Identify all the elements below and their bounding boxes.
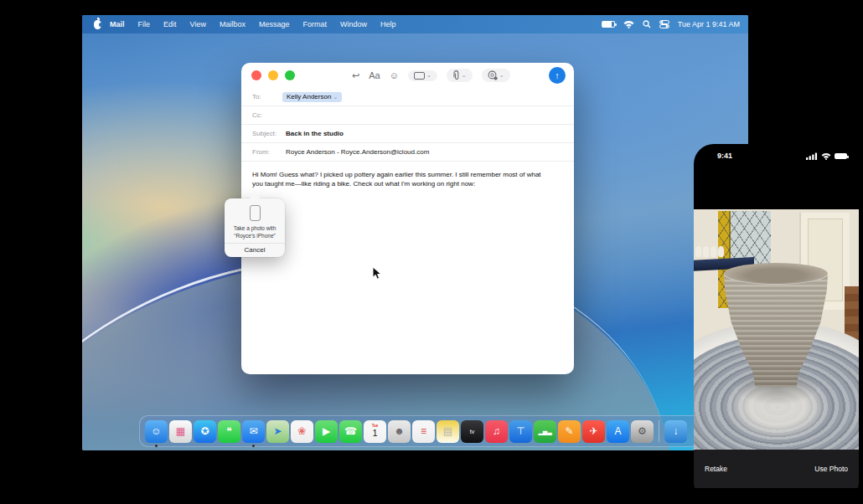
chevron-down-icon: ⌄ xyxy=(462,72,467,79)
dock-numbers-icon[interactable]: ▂▅▃ xyxy=(534,420,556,443)
send-arrow-icon: ↑ xyxy=(555,70,560,80)
wifi-icon xyxy=(821,152,831,160)
control-center-icon[interactable] xyxy=(659,20,669,28)
message-body[interactable]: Hi Mom! Guess what? I picked up pottery … xyxy=(241,162,564,188)
dock-keynote-icon[interactable]: ⊤ xyxy=(509,420,532,443)
menu-view[interactable]: View xyxy=(190,20,206,28)
subject-value: Back in the studio xyxy=(286,130,344,137)
dock-music-icon[interactable]: ♫ xyxy=(485,420,508,443)
dock-contacts-icon[interactable]: ☻ xyxy=(388,420,411,443)
dock-finder-icon[interactable]: ☺ xyxy=(145,420,168,443)
dock-phone-icon[interactable]: ☎ xyxy=(339,420,362,443)
subject-field-row[interactable]: Subject: Back in the studio xyxy=(241,125,574,143)
photo-shelf-pottery xyxy=(695,246,724,257)
iphone-clock: 9:41 xyxy=(717,152,732,160)
from-value: Royce Anderson - Royce.Anderson@icloud.c… xyxy=(286,148,429,156)
take-photo-popover: Take a photo with “Royce’s iPhone” Cance… xyxy=(225,198,285,257)
dock-pages-icon[interactable]: ✎ xyxy=(558,420,581,443)
menu-window[interactable]: Window xyxy=(340,20,367,28)
iphone-icon xyxy=(250,205,261,221)
dock-downloads-icon[interactable]: ↓ xyxy=(664,420,687,443)
dock-calendar-icon[interactable]: Tue1 xyxy=(364,420,386,443)
menu-file[interactable]: File xyxy=(138,20,151,28)
dock-mail-icon[interactable]: ✉ xyxy=(242,420,265,443)
dock-tv-icon[interactable]: tv xyxy=(461,420,483,443)
menu-items: MailFileEditViewMailboxMessageFormatWind… xyxy=(101,20,403,28)
mouse-pointer xyxy=(372,266,382,280)
recipient-token[interactable]: Kelly Anderson ⌄ xyxy=(282,92,342,102)
menu-format[interactable]: Format xyxy=(302,20,327,28)
menu-message[interactable]: Message xyxy=(259,20,290,28)
menu-mailbox[interactable]: Mailbox xyxy=(220,20,245,28)
dock-photos-icon[interactable]: ❀ xyxy=(291,420,313,443)
dock-maps-icon[interactable]: ➤ xyxy=(266,420,289,443)
iphone-status-bar: 9:41 xyxy=(694,151,859,164)
undo-icon[interactable]: ↩ xyxy=(352,70,359,81)
send-button[interactable]: ↑ xyxy=(549,67,566,84)
dock: ☺▦✪❝✉➤❀▶☎Tue1☻≡▤tv♫⊤▂▅▃✎✈A⚙↓ xyxy=(139,415,717,447)
subject-label: Subject: xyxy=(252,130,286,137)
media-browser-icon xyxy=(414,72,425,80)
menu-bar: MailFileEditViewMailboxMessageFormatWind… xyxy=(82,15,748,33)
dock-system-settings-icon[interactable]: ⚙ xyxy=(631,420,654,443)
cc-field-row[interactable]: Cc: xyxy=(241,106,574,125)
chevron-down-icon: ⌄ xyxy=(499,72,504,79)
dock-rocket-icon[interactable]: ✈ xyxy=(582,420,605,443)
menu-bar-status: Tue Apr 1 9:41 AM xyxy=(602,20,740,28)
from-label: From: xyxy=(252,148,286,156)
menu-bar-clock[interactable]: Tue Apr 1 9:41 AM xyxy=(678,20,740,28)
chevron-down-icon: ⌄ xyxy=(426,72,432,79)
cc-label: Cc: xyxy=(252,111,282,119)
camera-controls-bar: Retake Use Photo xyxy=(694,450,859,488)
traffic-lights xyxy=(251,70,295,80)
compose-toolbar: ↩ Aa ☺ ⌄ ⌄ ⌄ xyxy=(352,63,510,88)
dock-facetime-icon[interactable]: ▶ xyxy=(315,420,338,443)
popover-text: Take a photo with “Royce’s iPhone” xyxy=(234,224,276,239)
recipient-chevron-icon: ⌄ xyxy=(333,94,338,100)
window-titlebar[interactable]: ↩ Aa ☺ ⌄ ⌄ ⌄ xyxy=(241,63,574,88)
minimize-button[interactable] xyxy=(268,70,278,80)
use-photo-button[interactable]: Use Photo xyxy=(814,465,848,473)
camera-menu-icon xyxy=(488,70,498,80)
to-field-row[interactable]: To: Kelly Anderson ⌄ xyxy=(241,88,574,106)
iphone-camera-preview: 9:41 Retake Use Photo xyxy=(694,144,859,501)
running-indicator xyxy=(155,445,158,447)
dock-notes-icon[interactable]: ▤ xyxy=(437,420,459,443)
cancel-button[interactable]: Cancel xyxy=(245,244,266,257)
emoji-icon[interactable]: ☺ xyxy=(390,70,399,80)
mac-desktop: MailFileEditViewMailboxMessageFormatWind… xyxy=(82,15,748,450)
battery-icon xyxy=(835,153,847,159)
to-label: To: xyxy=(252,93,282,100)
dock-messages-icon[interactable]: ❝ xyxy=(218,420,240,443)
insert-photo-button[interactable]: ⌄ xyxy=(482,69,510,82)
menu-mail[interactable]: Mail xyxy=(110,20,125,28)
mail-compose-window: ↩ Aa ☺ ⌄ ⌄ ⌄ xyxy=(241,63,574,374)
paperclip-icon xyxy=(452,70,460,80)
dock-launchpad-icon[interactable]: ▦ xyxy=(169,420,192,443)
media-browser-button[interactable]: ⌄ xyxy=(408,70,437,81)
wifi-icon[interactable] xyxy=(623,20,634,28)
format-button[interactable]: Aa xyxy=(369,70,380,80)
retake-button[interactable]: Retake xyxy=(705,465,727,473)
cellular-icon xyxy=(806,152,818,160)
apple-menu-icon[interactable] xyxy=(94,20,101,29)
dock-divider xyxy=(659,420,659,442)
menu-edit[interactable]: Edit xyxy=(163,20,177,28)
search-icon[interactable] xyxy=(643,20,651,28)
menu-help[interactable]: Help xyxy=(380,20,396,28)
photo-vessel-rim xyxy=(724,263,828,285)
dock-reminders-icon[interactable]: ≡ xyxy=(412,420,435,443)
close-button[interactable] xyxy=(251,70,261,80)
attach-button[interactable]: ⌄ xyxy=(447,69,473,82)
battery-icon[interactable] xyxy=(602,21,615,28)
dock-safari-icon[interactable]: ✪ xyxy=(194,420,216,443)
running-indicator xyxy=(252,445,255,447)
dock-app-store-icon[interactable]: A xyxy=(607,420,629,443)
zoom-button[interactable] xyxy=(285,70,295,80)
screenshot-canvas: MailFileEditViewMailboxMessageFormatWind… xyxy=(0,0,863,504)
from-field-row[interactable]: From: Royce Anderson - Royce.Anderson@ic… xyxy=(241,143,574,162)
captured-photo xyxy=(694,209,859,450)
